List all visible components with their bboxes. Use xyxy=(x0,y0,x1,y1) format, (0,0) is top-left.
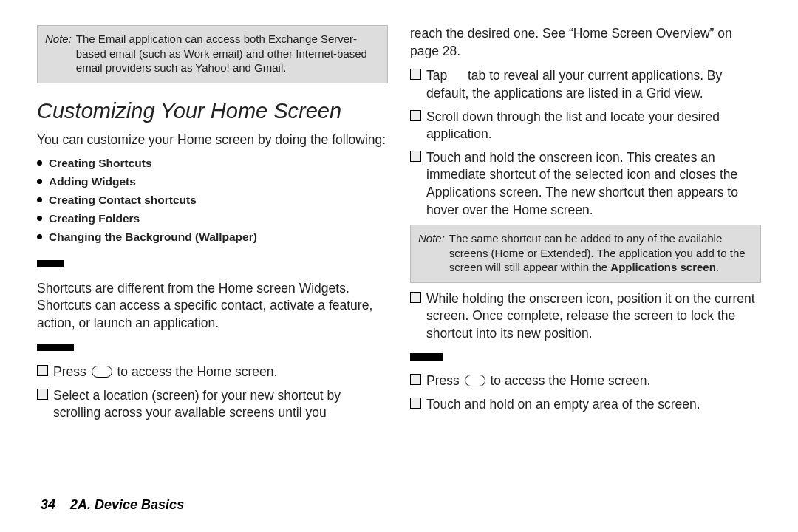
feature-item: Creating Contact shortcuts xyxy=(35,193,388,208)
home-key-icon xyxy=(465,375,485,386)
page-footer: 34 2A. Device Basics xyxy=(41,497,184,513)
subheading-chip-shortcuts xyxy=(37,260,64,267)
section-heading: Customizing Your Home Screen xyxy=(37,97,388,126)
chapter-title: 2A. Device Basics xyxy=(70,497,184,512)
step-row: Touch and hold the onscreen icon. This c… xyxy=(410,149,761,219)
note-text: The same shortcut can be added to any of… xyxy=(449,231,753,275)
step-row: Select a location (screen) for your new … xyxy=(37,387,388,422)
step-row: Scroll down through the list and locate … xyxy=(410,109,761,143)
step-marker-icon xyxy=(410,110,421,121)
step-marker-icon xyxy=(410,292,421,303)
step-row: Tap tab to reveal all your current appli… xyxy=(410,67,761,102)
step-row: Press to access the Home screen. xyxy=(37,364,388,381)
step-text: Touch and hold on an empty area of the s… xyxy=(426,396,761,414)
feature-item: Adding Widgets xyxy=(35,174,388,190)
step-text: Select a location (screen) for your new … xyxy=(53,387,388,422)
feature-item: Changing the Background (Wallpaper) xyxy=(35,230,388,245)
note-label: Note: xyxy=(418,231,449,275)
intro-paragraph: You can customize your Home screen by do… xyxy=(37,132,388,149)
step-text: Scroll down through the list and locate … xyxy=(426,109,761,143)
continuation-paragraph: reach the desired one. See “Home Screen … xyxy=(410,25,761,60)
page-number: 34 xyxy=(41,497,55,512)
step-row: Press to access the Home screen. xyxy=(410,372,761,390)
step-text: While holding the onscreen icon, positio… xyxy=(426,290,761,343)
note-box-shortcut: Note: The same shortcut can be added to … xyxy=(410,225,761,283)
subheading-chip-method2 xyxy=(410,353,443,361)
home-key-icon xyxy=(92,366,112,378)
step-row: Touch and hold on an empty area of the s… xyxy=(410,396,761,414)
step-marker-icon xyxy=(410,374,421,385)
feature-item: Creating Folders xyxy=(35,211,388,227)
note-box-email: Note: The Email application can access b… xyxy=(37,25,388,83)
step-text: Tap tab to reveal all your current appli… xyxy=(426,67,761,102)
subheading-chip-method1 xyxy=(37,344,74,351)
step-marker-icon xyxy=(410,398,421,409)
right-column: reach the desired one. See “Home Screen … xyxy=(410,25,761,428)
step-marker-icon xyxy=(410,69,421,80)
step-row: While holding the onscreen icon, positio… xyxy=(410,290,761,343)
left-column: Note: The Email application can access b… xyxy=(37,25,388,428)
feature-item: Creating Shortcuts xyxy=(35,156,388,171)
step-marker-icon xyxy=(37,365,48,376)
note-text: The Email application can access both Ex… xyxy=(76,32,380,75)
note-label: Note: xyxy=(45,32,76,75)
step-text: Press to access the Home screen. xyxy=(426,372,761,390)
step-text: Press to access the Home screen. xyxy=(53,364,388,381)
shortcuts-paragraph: Shortcuts are different from the Home sc… xyxy=(37,280,388,332)
step-marker-icon xyxy=(37,389,48,400)
step-text: Touch and hold the onscreen icon. This c… xyxy=(426,149,761,219)
feature-list: Creating Shortcuts Adding Widgets Creati… xyxy=(35,156,388,245)
step-marker-icon xyxy=(410,151,421,162)
